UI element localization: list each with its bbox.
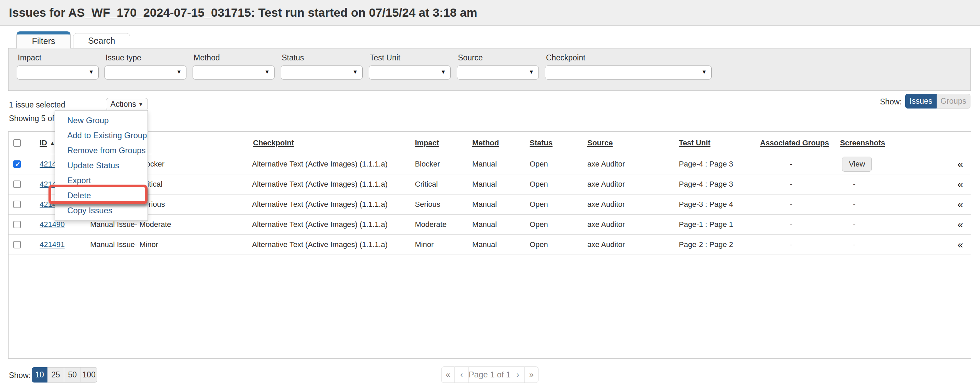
table-row: 421491 Manual Issue- Minor Alternative T… <box>8 235 971 255</box>
collapse-row-icon[interactable]: « <box>958 219 963 230</box>
issue-test-unit: Page-2 : Page 2 <box>679 235 733 254</box>
source-filter-select[interactable]: ▼ <box>457 65 539 79</box>
pagination: «‹Page 1 of 1›» <box>441 367 538 383</box>
issue-name: Manual Issue- Minor <box>90 235 158 254</box>
issue-type-filter-select[interactable]: ▼ <box>105 65 186 79</box>
chevron-down-icon: ▼ <box>528 69 534 75</box>
issue-screenshots: - <box>853 195 855 214</box>
menu-item-add-to-existing-group[interactable]: Add to Existing Group <box>55 128 148 143</box>
method-filter-select[interactable]: ▼ <box>192 65 275 79</box>
issue-checkpoint: Alternative Text (Active Images) (1.1.1.… <box>252 175 388 194</box>
row-checkbox[interactable] <box>13 181 21 188</box>
issues-groups-toggle: IssuesGroups <box>905 94 970 108</box>
title-bar: Issues for AS_WF_170_2024-07-15_031715: … <box>0 0 980 26</box>
filter-panel: Impact ▼ Issue type ▼ Method ▼ Status ▼ … <box>8 48 971 91</box>
issue-associated-groups: - <box>790 195 792 214</box>
checkpoint-filter-select[interactable]: ▼ <box>545 65 712 79</box>
issue-impact: Serious <box>415 195 441 214</box>
tab-search[interactable]: Search <box>73 33 130 48</box>
header-checkpoint: Checkpoint <box>253 132 294 154</box>
menu-item-delete[interactable]: Delete <box>55 188 148 203</box>
filter-group-issue-type: Issue type ▼ <box>105 53 186 79</box>
issue-test-unit: Page-1 : Page 1 <box>679 214 733 234</box>
menu-item-copy-issues[interactable]: Copy Issues <box>55 203 148 218</box>
impact-filter-select[interactable]: ▼ <box>17 65 99 79</box>
issue-associated-groups: - <box>790 214 792 234</box>
header-source: Source <box>587 132 613 154</box>
page-size-50-button[interactable]: 50 <box>64 367 81 383</box>
issue-checkpoint: Alternative Text (Active Images) (1.1.1.… <box>252 154 388 174</box>
chevron-down-icon: ▼ <box>264 69 270 75</box>
issue-id-link[interactable]: 421491 <box>40 240 65 249</box>
table-row: 421489 Manual Issue- Serious Alternative… <box>8 195 971 214</box>
test-unit-filter-select[interactable]: ▼ <box>369 65 451 79</box>
header-impact: Impact <box>415 132 439 154</box>
issue-screenshots: - <box>853 175 855 194</box>
impact-filter-label: Impact <box>18 53 99 62</box>
issue-test-unit: Page-4 : Page 3 <box>679 154 733 174</box>
issue-checkpoint: Alternative Text (Active Images) (1.1.1.… <box>252 195 388 214</box>
table-row: 421490 Manual Issue- Moderate Alternativ… <box>8 214 971 235</box>
tab-filters[interactable]: Filters <box>16 32 71 48</box>
chevron-down-icon: ▼ <box>702 69 707 75</box>
filter-group-test-unit: Test Unit ▼ <box>369 53 451 79</box>
collapse-row-icon[interactable]: « <box>958 198 963 210</box>
issue-status: Open <box>530 214 548 234</box>
row-checkbox[interactable] <box>13 221 21 228</box>
issue-impact: Critical <box>415 175 438 194</box>
row-checkbox[interactable] <box>13 241 21 248</box>
next-page-button[interactable]: › <box>511 367 525 383</box>
header-method: Method <box>472 132 499 154</box>
collapse-row-icon[interactable]: « <box>958 239 963 251</box>
issue-screenshots: - <box>853 235 855 254</box>
collapse-row-icon[interactable]: « <box>958 178 963 190</box>
prev-page-button[interactable]: ‹ <box>455 367 468 383</box>
issue-status: Open <box>530 235 548 254</box>
actions-button-label: Actions <box>110 100 136 108</box>
collapse-row-icon[interactable]: « <box>958 158 963 170</box>
issue-method: Manual <box>472 214 497 234</box>
menu-item-new-group[interactable]: New Group <box>55 113 148 128</box>
issues-page: { "colors": { "accent_navy": "#2a5a8c", … <box>0 0 980 389</box>
status-filter-select[interactable]: ▼ <box>281 65 363 79</box>
toggle-groups-button[interactable]: Groups <box>937 94 970 108</box>
issue-id-link[interactable]: 421490 <box>40 220 65 229</box>
actions-button[interactable]: Actions▼ <box>106 98 148 111</box>
table-row: 421488 Manual Issue- Critical Alternativ… <box>8 175 971 195</box>
filter-group-status: Status ▼ <box>281 53 363 79</box>
issue-method: Manual <box>472 175 497 194</box>
first-page-button[interactable]: « <box>441 367 455 383</box>
last-page-button[interactable]: » <box>525 367 538 383</box>
menu-item-remove-from-groups[interactable]: Remove from Groups <box>55 143 148 158</box>
issue-source: axe Auditor <box>587 235 625 254</box>
chevron-down-icon: ▼ <box>441 69 446 75</box>
select-all-checkbox-cell <box>13 132 21 154</box>
issue-associated-groups: - <box>790 175 792 194</box>
issue-method: Manual <box>472 195 497 214</box>
page-size-10-button[interactable]: 10 <box>32 367 48 383</box>
header-associated-groups: Associated Groups <box>760 132 829 154</box>
row-checkbox[interactable] <box>13 160 21 168</box>
view-screenshot-button[interactable]: View <box>842 157 872 171</box>
actions-dropdown-menu: New Group Add to Existing Group Remove f… <box>55 110 148 221</box>
issue-status: Open <box>530 175 548 194</box>
toggle-issues-button[interactable]: Issues <box>905 94 937 108</box>
page-size-100-button[interactable]: 100 <box>81 367 97 383</box>
menu-item-export[interactable]: Export <box>55 173 148 188</box>
issue-status: Open <box>530 195 548 214</box>
page-size-25-button[interactable]: 25 <box>48 367 64 383</box>
method-filter-label: Method <box>194 53 275 62</box>
source-filter-label: Source <box>458 53 539 62</box>
header-screenshots: Screenshots <box>840 132 885 154</box>
page-size-selector: 102550100 <box>32 367 97 383</box>
menu-item-update-status[interactable]: Update Status <box>55 158 148 173</box>
page-indicator: Page 1 of 1 <box>468 367 511 383</box>
status-filter-label: Status <box>282 53 363 62</box>
chevron-down-icon: ▼ <box>176 69 182 75</box>
test-unit-filter-label: Test Unit <box>370 53 451 62</box>
row-checkbox[interactable] <box>13 201 21 208</box>
showing-count: Showing 5 of 5 <box>9 114 61 123</box>
issue-checkpoint: Alternative Text (Active Images) (1.1.1.… <box>252 214 388 234</box>
issue-source: axe Auditor <box>587 175 625 194</box>
select-all-checkbox[interactable] <box>13 139 21 147</box>
